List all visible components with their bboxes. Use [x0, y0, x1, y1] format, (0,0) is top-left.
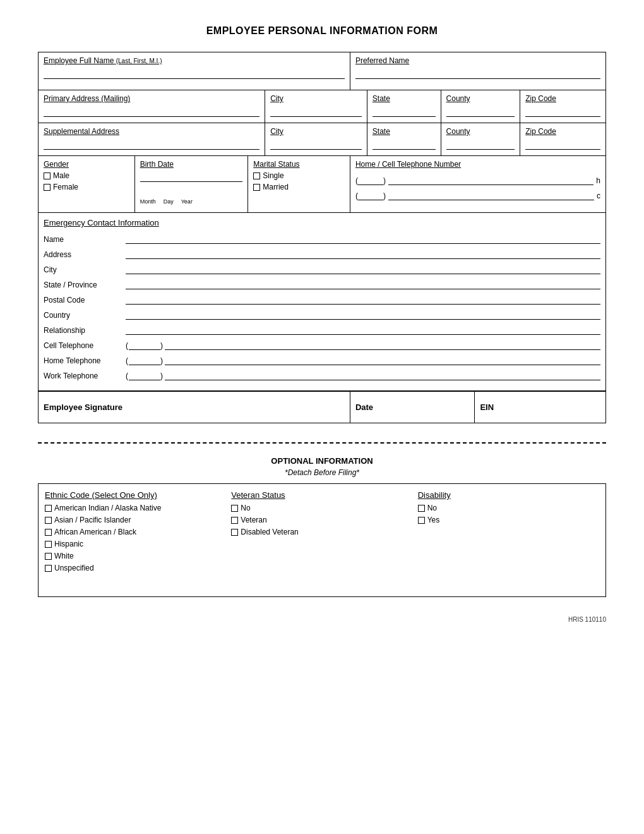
female-checkbox-item[interactable]: Female	[44, 183, 129, 191]
ethnic-item-1[interactable]: Asian / Pacific Islander	[45, 516, 221, 524]
ethnic-checkbox-4[interactable]	[45, 553, 52, 560]
optional-title: OPTIONAL INFORMATION	[38, 456, 606, 466]
ec-address-input[interactable]	[126, 249, 600, 259]
single-checkbox-item[interactable]: Single	[253, 171, 345, 180]
ec-state-field: State / Province	[44, 279, 600, 289]
date-label: Date	[355, 402, 373, 412]
supp-state-label: State	[373, 127, 436, 136]
disability-checkbox-0[interactable]	[418, 505, 425, 512]
supp-city-input[interactable]	[270, 138, 362, 150]
primary-city-input[interactable]	[270, 106, 362, 117]
disability-checkbox-1[interactable]	[418, 517, 425, 524]
footer-text: HRIS 110110	[38, 616, 606, 623]
cell-primary-county: County	[441, 90, 521, 123]
veteran-label-0: No	[241, 504, 250, 512]
veteran-checkbox-0[interactable]	[231, 505, 238, 512]
preferred-input[interactable]	[355, 68, 600, 79]
single-checkbox[interactable]	[253, 172, 260, 179]
male-checkbox-item[interactable]: Male	[44, 171, 129, 180]
ec-city-input[interactable]	[126, 264, 600, 274]
veteran-checkbox-1[interactable]	[231, 517, 238, 524]
preferred-label: Preferred Name	[355, 56, 600, 65]
ethnic-checkbox-1[interactable]	[45, 517, 52, 524]
ethnic-checkbox-3[interactable]	[45, 541, 52, 548]
ec-country-input[interactable]	[126, 310, 600, 320]
cell-area-line[interactable]	[358, 190, 383, 200]
supp-county-input[interactable]	[446, 138, 515, 150]
ethnic-label-1: Asian / Pacific Islander	[54, 516, 131, 524]
cell-marital: Marital Status Single Married	[248, 156, 350, 212]
primary-addr-input[interactable]	[44, 106, 259, 117]
primary-zip-input[interactable]	[525, 106, 600, 117]
married-checkbox[interactable]	[253, 184, 260, 191]
ec-home-phone-input[interactable]	[165, 355, 600, 365]
cell-supp-county: County	[441, 123, 521, 155]
fullname-input[interactable]	[44, 68, 345, 79]
male-checkbox[interactable]	[44, 172, 51, 179]
row-signature: Employee Signature Date EIN	[39, 391, 605, 423]
veteran-item-1[interactable]: Veteran	[231, 516, 407, 524]
disability-item-0[interactable]: No	[418, 504, 594, 512]
ethnic-checkbox-0[interactable]	[45, 505, 52, 512]
home-area-line[interactable]	[358, 175, 383, 185]
veteran-item-2[interactable]: Disabled Veteran	[231, 528, 407, 536]
female-checkbox[interactable]	[44, 184, 51, 191]
main-form: Employee Full Name (Last, First, M.I.) P…	[38, 52, 606, 423]
cell-fullname: Employee Full Name (Last, First, M.I.)	[39, 52, 350, 90]
disability-item-1[interactable]: Yes	[418, 516, 594, 524]
ec-work-phone-field: Work Telephone ( )	[44, 370, 600, 380]
ec-city-field: City	[44, 264, 600, 274]
supp-state-input[interactable]	[373, 138, 436, 150]
cell-date: Date	[350, 392, 475, 423]
optional-subtitle: *Detach Before Filing*	[38, 468, 606, 477]
ethnic-item-0[interactable]: American Indian / Alaska Native	[45, 504, 221, 512]
home-number-line[interactable]	[388, 175, 593, 185]
ethnic-item-3[interactable]: Hispanic	[45, 540, 221, 548]
cell-primary-state: State	[367, 90, 441, 123]
ec-name-input[interactable]	[126, 234, 600, 244]
male-label: Male	[53, 171, 69, 180]
primary-city-label: City	[270, 94, 362, 103]
ec-postal-field: Postal Code	[44, 294, 600, 305]
row-name: Employee Full Name (Last, First, M.I.) P…	[39, 52, 605, 90]
cell-number-line[interactable]	[388, 190, 594, 200]
primary-state-input[interactable]	[373, 106, 436, 117]
ec-relationship-input[interactable]	[126, 325, 600, 335]
cell-supp-zip: Zip Code	[520, 123, 605, 155]
emergency-section: Emergency Contact Information Name Addre…	[39, 213, 605, 391]
ethnic-item-4[interactable]: White	[45, 552, 221, 560]
supp-addr-input[interactable]	[44, 138, 259, 150]
ethnic-checkbox-5[interactable]	[45, 565, 52, 572]
cell-primary-city: City	[265, 90, 367, 123]
veteran-checkbox-2[interactable]	[231, 529, 238, 536]
birth-input[interactable]	[140, 181, 243, 182]
cell-supp-state: State	[367, 123, 441, 155]
ec-state-input[interactable]	[126, 279, 600, 289]
veteran-label-2: Disabled Veteran	[241, 528, 298, 536]
ethnic-title: Ethnic Code (Select One Only)	[45, 490, 221, 500]
h-label: h	[596, 176, 600, 185]
year-label: Year	[181, 198, 193, 205]
ethnic-item-2[interactable]: African American / Black	[45, 528, 221, 536]
birth-sublabels: Month Day Year	[140, 183, 243, 205]
ethnic-label-0: American Indian / Alaska Native	[54, 504, 161, 512]
veteran-item-0[interactable]: No	[231, 504, 407, 512]
ethnic-item-5[interactable]: Unspecified	[45, 564, 221, 572]
supp-zip-input[interactable]	[525, 138, 600, 150]
married-label: Married	[263, 183, 289, 191]
veteran-label-1: Veteran	[241, 516, 266, 524]
c-label: c	[597, 191, 600, 200]
ec-cell-phone-input[interactable]	[165, 340, 600, 350]
primary-state-label: State	[373, 94, 436, 103]
cell-primary-addr: Primary Address (Mailing)	[39, 90, 265, 123]
primary-county-input[interactable]	[446, 106, 515, 117]
ec-postal-input[interactable]	[126, 294, 600, 305]
ec-state-label: State / Province	[44, 281, 126, 289]
ethnic-checkbox-2[interactable]	[45, 529, 52, 536]
ec-address-label: Address	[44, 250, 126, 259]
fullname-label: Employee Full Name (Last, First, M.I.)	[44, 56, 345, 65]
ec-work-phone-input[interactable]	[165, 370, 600, 380]
married-checkbox-item[interactable]: Married	[253, 183, 345, 191]
disability-title: Disability	[418, 490, 594, 500]
primary-addr-label: Primary Address (Mailing)	[44, 94, 259, 103]
